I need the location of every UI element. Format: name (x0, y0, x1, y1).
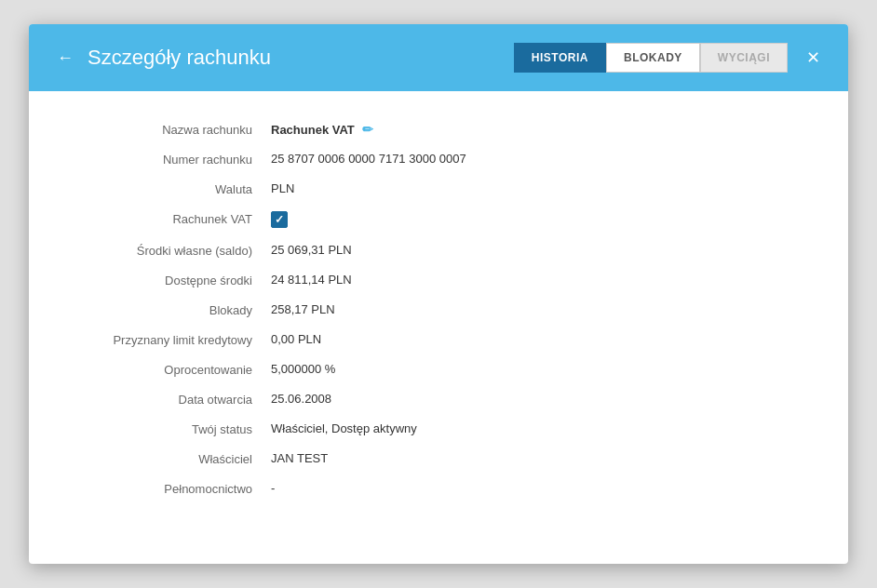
label-dostepne-srodki: Dostępne środki (66, 273, 271, 287)
vat-checkbox[interactable] (271, 211, 288, 228)
field-row-wlasciciel: Właściciel JAN TEST (66, 444, 811, 474)
close-button[interactable]: ✕ (806, 47, 820, 68)
edit-name-icon[interactable]: ✏ (362, 122, 373, 137)
wyciagi-button: WYCIĄGI (700, 43, 788, 73)
field-row-nazwa-rachunku: Nazwa rachunku Rachunek VAT ✏ (66, 114, 811, 144)
label-pelnomocnictwo: Pełnomocnictwo (66, 481, 271, 496)
value-oprocentowanie: 5,000000 % (271, 362, 335, 376)
label-limit: Przyznany limit kredytowy (66, 332, 271, 347)
field-row-dostepne-srodki: Dostępne środki 24 811,14 PLN (66, 265, 811, 295)
value-nazwa-rachunku: Rachunek VAT ✏ (271, 122, 373, 137)
label-data-otwarcia: Data otwarcia (66, 392, 271, 407)
field-row-blokady: Blokady 258,17 PLN (66, 295, 811, 325)
value-dostepne-srodki: 24 811,14 PLN (271, 273, 352, 287)
account-details-modal: ← Szczegóły rachunku HISTORIA BLOKADY WY… (29, 24, 848, 564)
label-rachunek-vat: Rachunek VAT (66, 211, 271, 226)
value-srodki-wlasne: 25 069,31 PLN (271, 243, 352, 257)
field-row-data-otwarcia: Data otwarcia 25.06.2008 (66, 384, 811, 414)
value-status: Właściciel, Dostęp aktywny (271, 421, 417, 435)
field-row-waluta: Waluta PLN (66, 174, 811, 204)
value-rachunek-vat (271, 211, 288, 228)
label-wlasciciel: Właściciel (66, 451, 271, 466)
label-srodki-wlasne: Środki własne (saldo) (66, 243, 271, 258)
label-numer-rachunku: Numer rachunku (66, 152, 271, 167)
historia-button[interactable]: HISTORIA (514, 43, 606, 73)
value-wlasciciel: JAN TEST (271, 451, 328, 465)
label-blokady: Blokady (66, 302, 271, 317)
page-title: Szczegóły rachunku (88, 46, 271, 70)
label-status: Twój status (66, 421, 271, 436)
header-left: ← Szczegóły rachunku (57, 46, 514, 70)
field-row-srodki-wlasne: Środki własne (saldo) 25 069,31 PLN (66, 235, 811, 265)
field-row-pelnomocnictwo: Pełnomocnictwo - (66, 474, 811, 503)
blokady-button[interactable]: BLOKADY (606, 43, 700, 73)
header-buttons: HISTORIA BLOKADY WYCIĄGI (514, 43, 788, 73)
value-pelnomocnictwo: - (271, 481, 275, 495)
value-blokady: 258,17 PLN (271, 302, 335, 316)
back-button[interactable]: ← (57, 48, 74, 68)
field-row-rachunek-vat: Rachunek VAT (66, 204, 811, 235)
modal-header: ← Szczegóły rachunku HISTORIA BLOKADY WY… (29, 24, 848, 91)
nazwa-rachunku-text: Rachunek VAT (271, 123, 355, 137)
label-nazwa-rachunku: Nazwa rachunku (66, 122, 271, 137)
label-waluta: Waluta (66, 181, 271, 196)
label-oprocentowanie: Oprocentowanie (66, 362, 271, 377)
field-row-oprocentowanie: Oprocentowanie 5,000000 % (66, 354, 811, 384)
field-row-status: Twój status Właściciel, Dostęp aktywny (66, 414, 811, 444)
value-waluta: PLN (271, 181, 294, 195)
value-limit: 0,00 PLN (271, 332, 321, 346)
field-row-numer-rachunku: Numer rachunku 25 8707 0006 0000 7171 30… (66, 144, 811, 174)
modal-body: Nazwa rachunku Rachunek VAT ✏ Numer rach… (29, 91, 848, 531)
value-data-otwarcia: 25.06.2008 (271, 392, 331, 406)
value-numer-rachunku: 25 8707 0006 0000 7171 3000 0007 (271, 152, 466, 166)
field-row-limit: Przyznany limit kredytowy 0,00 PLN (66, 325, 811, 354)
